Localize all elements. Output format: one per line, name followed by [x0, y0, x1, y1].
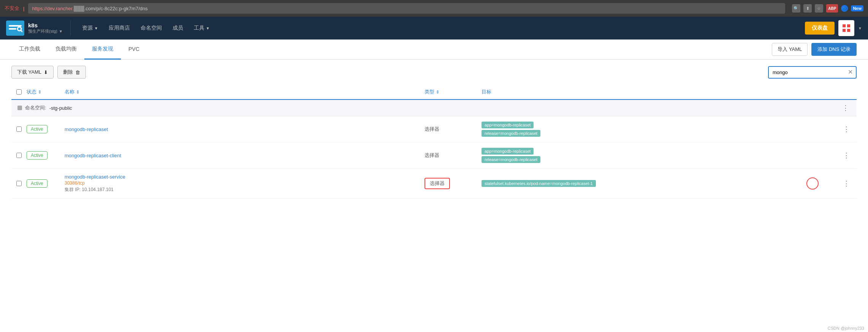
row1-targets: app=mongodb-replicaset release=mongodb-r…: [482, 122, 841, 137]
select-all-checkbox-wrap[interactable]: [11, 89, 27, 95]
status-badge: Active: [27, 179, 48, 188]
row2-name[interactable]: mongodb-replicaset-client: [65, 153, 424, 158]
search-box: ✕: [768, 66, 857, 79]
search-input[interactable]: [769, 67, 845, 78]
bookmark-icon[interactable]: ☆: [815, 4, 823, 13]
new-badge: New: [851, 5, 863, 11]
top-nav: k8s 预生产环境(stg) ▼ 资源 ▼ 应用商店 命名空间 成员 工具 ▼ …: [0, 17, 868, 40]
status-sort-icon: ⇕: [38, 90, 41, 95]
table-row: Active mongodb-replicaset-client 选择器 app…: [11, 142, 857, 169]
sub-nav-actions: 导入 YAML 添加 DNS 记录: [772, 43, 857, 56]
tab-workloads[interactable]: 工作负载: [11, 40, 48, 60]
logo-area[interactable]: k8s 预生产环境(stg) ▼: [6, 21, 71, 36]
type-sort-icon: ⇕: [436, 90, 439, 95]
name-header-label: 名称: [65, 89, 74, 95]
svg-rect-5: [847, 24, 850, 27]
security-warning: 不安全: [5, 5, 19, 12]
row3-checkbox[interactable]: [16, 181, 22, 186]
row2-type: 选择器: [424, 152, 439, 158]
env-selector[interactable]: 预生产环境(stg) ▼: [28, 28, 63, 34]
table-row: Active mongodb-replicaset-service 30386/…: [11, 169, 857, 199]
row3-name-cell: mongodb-replicaset-service 30386/tcp 集群 …: [65, 174, 424, 193]
row1-name[interactable]: mongodb-replicaset: [65, 126, 424, 132]
svg-line-3: [21, 30, 22, 32]
dashboard-button[interactable]: 仪表盘: [805, 22, 835, 35]
circle-annotation: [806, 177, 819, 190]
toolbar-left: 下载 YAML ⬇ 删除 🗑: [11, 66, 86, 79]
nav-item-appstore[interactable]: 应用商店: [103, 17, 135, 40]
delete-label: 删除: [63, 69, 73, 76]
row3-sub2: 集群 IP: 10.104.187.101: [65, 187, 424, 193]
cluster-name: k8s: [28, 22, 63, 28]
row3-menu-button[interactable]: ⋮: [841, 179, 857, 188]
status-column-header[interactable]: 状态 ⇕: [27, 89, 65, 95]
row3-name[interactable]: mongodb-replicaset-service: [65, 174, 424, 180]
name-column-header[interactable]: 名称 ⇕: [65, 89, 424, 95]
env-label: 预生产环境(stg): [28, 28, 57, 34]
namespace-name: -stg-public: [49, 105, 72, 111]
tab-pvc[interactable]: PVC: [121, 40, 147, 59]
row2-menu-button[interactable]: ⋮: [841, 151, 857, 160]
row2-target-tag-2: release=mongodb-replicaset: [482, 156, 540, 163]
type-header-label: 类型: [424, 89, 434, 95]
extension-icon[interactable]: 🔵: [841, 5, 848, 12]
table-container: 状态 ⇕ 名称 ⇕ 类型 ⇕ 目标 命名空间: -stg-public ⋮ Ac…: [0, 85, 868, 199]
nav-item-namespaces[interactable]: 命名空间: [135, 17, 167, 40]
row1-menu-button[interactable]: ⋮: [841, 125, 857, 133]
tab-load-balancer[interactable]: 负载均衡: [48, 40, 84, 60]
search-icon[interactable]: 🔍: [792, 4, 800, 13]
sub-nav: 工作负载 负载均衡 服务发现 PVC 导入 YAML 添加 DNS 记录: [0, 40, 868, 60]
svg-rect-7: [847, 29, 850, 32]
nav-item-tools[interactable]: 工具 ▼: [188, 17, 215, 40]
status-badge: Active: [27, 125, 48, 133]
toolbar: 下载 YAML ⬇ 删除 🗑 ✕: [0, 60, 868, 85]
select-all-checkbox[interactable]: [16, 89, 22, 95]
row1-checkbox-wrap[interactable]: [11, 126, 27, 132]
download-label: 下载 YAML: [17, 69, 41, 76]
browser-separator: |: [23, 6, 24, 11]
add-dns-button[interactable]: 添加 DNS 记录: [811, 43, 857, 56]
namespace-menu-button[interactable]: ⋮: [841, 104, 851, 112]
download-yaml-button[interactable]: 下载 YAML ⬇: [11, 66, 54, 79]
svg-rect-4: [843, 24, 846, 27]
row2-type-cell: 选择器: [424, 152, 482, 159]
namespace-text-label: 命名空间:: [25, 104, 46, 111]
address-bar[interactable]: https://dev.rancher. ███ .com/p/c-8c22c:…: [28, 3, 785, 14]
grid-icon-button[interactable]: [838, 20, 854, 36]
row3-type-outlined[interactable]: 选择器: [424, 178, 450, 189]
import-yaml-button[interactable]: 导入 YAML: [772, 43, 808, 56]
row3-status: Active: [27, 179, 65, 188]
row3-sub: 30386/tcp: [65, 180, 424, 186]
sub-nav-tabs: 工作负载 负载均衡 服务发现 PVC: [11, 40, 147, 59]
row1-target-tag-2: release=mongodb-replicaset: [482, 130, 540, 137]
nav-item-members[interactable]: 成员: [167, 17, 188, 40]
row3-type-cell: 选择器: [424, 178, 482, 189]
nav-right: 仪表盘 ▼: [805, 20, 862, 36]
share-icon[interactable]: ⬆: [803, 4, 812, 13]
adblock-icon[interactable]: ABP: [826, 4, 838, 13]
tab-service-discovery[interactable]: 服务发现: [84, 40, 121, 60]
delete-button[interactable]: 删除 🗑: [57, 66, 86, 79]
row1-name-cell: mongodb-replicaset: [65, 126, 424, 132]
row2-checkbox[interactable]: [16, 153, 22, 158]
row1-checkbox[interactable]: [16, 126, 22, 132]
search-clear-button[interactable]: ✕: [845, 69, 856, 75]
nav-items: 资源 ▼ 应用商店 命名空间 成员 工具 ▼: [77, 17, 805, 40]
row2-checkbox-wrap[interactable]: [11, 153, 27, 158]
download-icon: ⬇: [44, 70, 48, 75]
resources-chevron-icon: ▼: [94, 26, 98, 30]
browser-icons: 🔍 ⬆ ☆ ABP 🔵 New: [792, 4, 863, 13]
row3-checkbox-wrap[interactable]: [11, 181, 27, 186]
row1-target-tag-1: app=mongodb-replicaset: [482, 122, 534, 128]
grid-chevron-icon[interactable]: ▼: [858, 26, 862, 30]
row2-name-cell: mongodb-replicaset-client: [65, 153, 424, 158]
name-sort-icon: ⇕: [76, 90, 79, 95]
type-column-header[interactable]: 类型 ⇕: [424, 89, 482, 95]
env-chevron-icon: ▼: [59, 29, 63, 33]
tools-chevron-icon: ▼: [206, 26, 210, 30]
target-column-header: 目标: [482, 89, 841, 95]
url-prefix: https://dev.rancher.: [32, 6, 74, 11]
namespace-label: 命名空间: -stg-public: [17, 104, 72, 111]
nav-item-resources[interactable]: 资源 ▼: [77, 17, 103, 40]
row2-target-tag-1: app=mongodb-replicaset: [482, 148, 534, 155]
